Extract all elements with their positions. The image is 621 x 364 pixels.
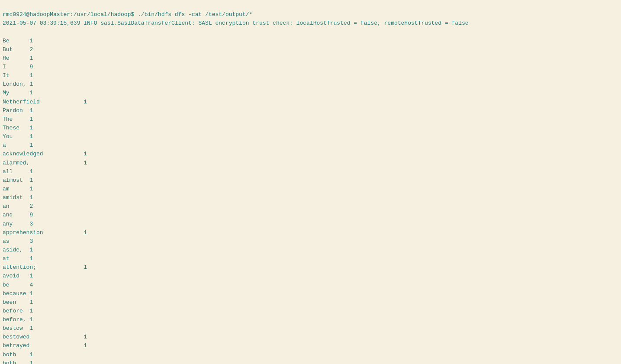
terminal-output: rmc0924@hadoopMaster:/usr/local/hadoop$ … bbox=[3, 2, 618, 364]
prompt-line: rmc0924@hadoopMaster:/usr/local/hadoop$ … bbox=[3, 11, 252, 18]
data-lines: Be 1 But 2 He 1 I 9 It 1 London, 1 My 1 … bbox=[3, 38, 87, 364]
info-line: 2021-05-07 03:39:15,639 INFO sasl.SaslDa… bbox=[3, 20, 469, 26]
